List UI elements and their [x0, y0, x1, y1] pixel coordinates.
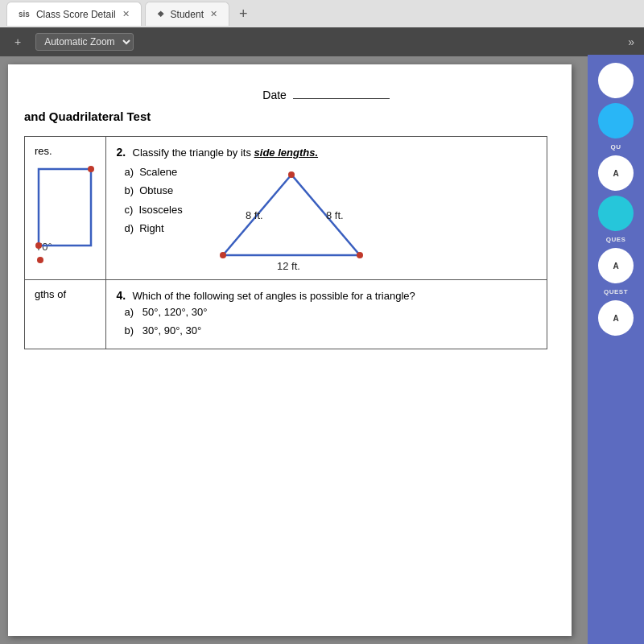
svg-marker-0: [39, 169, 91, 246]
left-col-q4: gths of: [25, 280, 106, 349]
left-col-q2: res.: [25, 137, 106, 280]
right-panel-circle-top[interactable]: [598, 63, 634, 98]
right-panel-circle-a3[interactable]: A: [598, 300, 634, 336]
q4-options: a) 50°, 120°, 30° b) 30°, 90°, 30°: [124, 303, 537, 341]
date-underline-line: [293, 98, 390, 99]
svg-text:8 ft.: 8 ft.: [246, 209, 263, 221]
left-col-triangle: [35, 165, 96, 257]
q4-option-b: b) 30°, 90°, 30°: [124, 321, 537, 340]
pdf-prev-button[interactable]: +: [10, 32, 26, 52]
browser-tab-bar: sis Class Score Detail ✕ ❖ Student ✕ +: [0, 0, 644, 27]
right-panel: QU A QUES A QUEST A: [588, 55, 644, 644]
tab-label-class-score: Class Score Detail: [36, 9, 116, 20]
q4-option-a: a) 50°, 120°, 30°: [124, 303, 537, 321]
table-row: gths of 4. Which of the following set of…: [25, 280, 547, 349]
tab-class-score-detail[interactable]: sis Class Score Detail ✕: [6, 2, 142, 26]
option-a: a) Scalene: [124, 163, 182, 181]
tab-close-class-score[interactable]: ✕: [122, 9, 130, 19]
svg-point-1: [35, 242, 42, 249]
quest-label-2: QUES: [606, 236, 626, 243]
left-col-res-label: res.: [35, 145, 96, 157]
right-panel-circle-a1[interactable]: A: [598, 155, 634, 191]
zoom-select[interactable]: Automatic Zoom 50% 75% 100% 125% 150%: [35, 33, 134, 51]
q2-number: 2.: [116, 146, 126, 159]
right-col-q2: 2. Classify the triangle by its side len…: [106, 137, 547, 280]
pdf-toolbar: + Automatic Zoom 50% 75% 100% 125% 150% …: [0, 27, 644, 56]
left-col-gths-label: gths of: [35, 288, 96, 300]
option-d: d) Right: [124, 219, 182, 237]
right-panel-circle-teal[interactable]: [598, 196, 634, 231]
q4-text: Which of the following set of angles is …: [133, 290, 415, 302]
pdf-page: Date and Quadrilateral Test res.: [8, 64, 572, 636]
svg-text:12 ft.: 12 ft.: [277, 260, 300, 271]
questions-table: res.: [24, 136, 547, 349]
quest-label-3: QUEST: [604, 288, 628, 295]
q2-text: Classify the triangle by its side length…: [133, 147, 319, 159]
quest-label-1: QU: [611, 143, 621, 151]
new-tab-button[interactable]: +: [233, 6, 254, 23]
test-title: and Quadrilateral Test: [24, 109, 547, 123]
tab-favicon-sis: sis: [19, 10, 30, 19]
svg-text:8 ft.: 8 ft.: [326, 209, 344, 221]
svg-point-6: [220, 252, 226, 258]
table-row: res.: [25, 137, 547, 280]
tab-close-student[interactable]: ✕: [210, 9, 217, 19]
tab-label-student: Student: [171, 9, 204, 20]
q2-options: a) Scalene b) Obtuse c) Isosceles d) Rig…: [124, 163, 182, 238]
pdf-viewer-area: + Automatic Zoom 50% 75% 100% 125% 150% …: [0, 27, 644, 644]
right-panel-circle-a2[interactable]: A: [598, 248, 634, 283]
svg-point-5: [288, 171, 295, 178]
date-label: Date: [262, 89, 287, 101]
tab-student[interactable]: ❖ Student ✕: [145, 2, 229, 26]
date-line: Date: [105, 89, 547, 101]
svg-point-3: [37, 257, 43, 263]
pdf-toolbar-chevron: »: [628, 35, 634, 48]
tab-favicon-student: ❖: [157, 10, 164, 19]
right-panel-circle-blue[interactable]: [598, 103, 634, 138]
option-b: b) Obtuse: [124, 181, 182, 200]
right-col-q4: 4. Which of the following set of angles …: [106, 280, 547, 349]
triangle-diagram: 8 ft. 8 ft. 12 ft.: [207, 167, 376, 271]
svg-point-2: [88, 166, 94, 172]
q4-number: 4.: [116, 289, 126, 302]
option-c: c) Isosceles: [124, 200, 182, 219]
svg-point-7: [357, 252, 363, 258]
